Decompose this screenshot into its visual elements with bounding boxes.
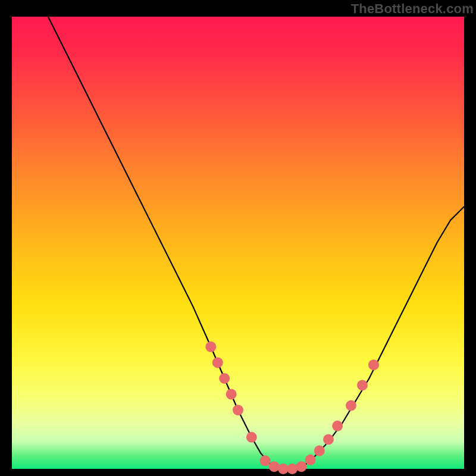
marker-dot	[296, 461, 306, 472]
chart-svg	[12, 17, 464, 469]
marker-dot	[332, 421, 343, 431]
marker-dot	[219, 373, 230, 384]
marker-dot	[305, 455, 316, 465]
marker-dot	[323, 434, 334, 445]
marker-dot	[269, 461, 280, 472]
marker-dot	[287, 464, 298, 474]
marker-dot	[314, 446, 325, 456]
marker-dot	[368, 359, 379, 370]
marker-dot	[357, 380, 368, 390]
marker-dot	[346, 400, 356, 411]
marker-dot	[226, 389, 237, 400]
watermark-text: TheBottleneck.com	[351, 1, 474, 17]
marker-dot	[205, 342, 216, 352]
marker-dots	[205, 342, 379, 474]
bottleneck-curve	[48, 17, 464, 469]
marker-dot	[233, 405, 243, 415]
chart-frame	[12, 17, 464, 469]
marker-dot	[260, 455, 271, 466]
marker-dot	[246, 432, 257, 443]
marker-dot	[212, 357, 223, 368]
